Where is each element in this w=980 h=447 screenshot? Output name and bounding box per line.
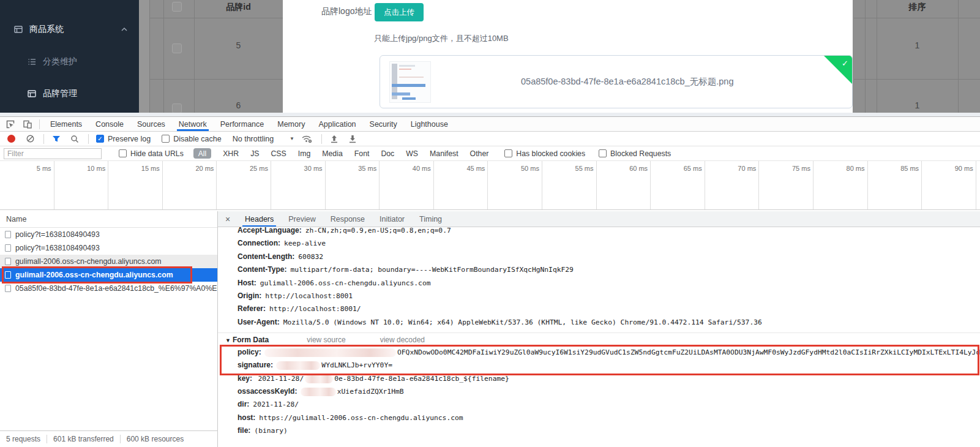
request-row[interactable]: policy?t=1638108490493 <box>0 228 217 241</box>
filter-type-all[interactable]: All <box>193 148 211 159</box>
redaction-scribble <box>305 375 333 383</box>
tab-sources[interactable]: Sources <box>130 117 172 131</box>
filter-type-xhr[interactable]: XHR <box>223 149 239 158</box>
tab-network[interactable]: Network <box>172 117 214 131</box>
request-row[interactable]: 05a85f0e-83bd-47fe-8e1a-e6a2841c18cb_%E6… <box>0 282 217 295</box>
tab-preview[interactable]: Preview <box>281 211 323 227</box>
timeline-tick: 20 ms <box>163 161 217 209</box>
requests-count: 5 requests <box>0 435 47 443</box>
sort-header: 排序 <box>877 2 958 13</box>
sidebar-item-product-system[interactable]: 商品系统 <box>0 21 139 38</box>
sidebar: 商品系统 分类维护 品牌管理 <box>0 0 139 116</box>
hide-data-urls-checkbox[interactable]: Hide data URLs <box>119 149 184 158</box>
request-row[interactable]: gulimall-2006.oss-cn-chengdu.aliyuncs.co… <box>0 255 217 268</box>
tab-performance[interactable]: Performance <box>214 117 271 131</box>
header-line: Accept-Language:zh-CN,zh;q=0.9,en-US;q=0… <box>218 227 980 237</box>
preserve-log-checkbox[interactable]: ✓ Preserve log <box>96 135 151 143</box>
network-body: Name policy?t=1638108490493 policy?t=163… <box>0 211 980 447</box>
filter-type-css[interactable]: CSS <box>271 149 286 158</box>
brand-table-right: 排序 1 1 <box>854 0 980 116</box>
tab-response[interactable]: Response <box>323 211 372 227</box>
filter-type-doc[interactable]: Doc <box>381 149 394 158</box>
checkbox-unchecked <box>162 135 170 143</box>
form-data-section-header: ▼Form Dataview sourceview decoded <box>218 332 980 346</box>
tab-lighthouse[interactable]: Lighthouse <box>404 117 455 131</box>
header-line: Content-Length:600832 <box>218 250 980 263</box>
upload-button[interactable]: 点击上传 <box>375 3 424 21</box>
record-icon[interactable] <box>7 135 15 143</box>
view-decoded-link[interactable]: view decoded <box>380 336 425 344</box>
document-icon <box>5 285 11 292</box>
tab-security[interactable]: Security <box>363 117 404 131</box>
tab-console[interactable]: Console <box>89 117 130 131</box>
filter-type-media[interactable]: Media <box>322 149 343 158</box>
transferred-size: 601 kB transferred <box>47 435 120 443</box>
timeline-tick: 15 ms <box>108 161 163 209</box>
sidebar-item-brand-management[interactable]: 品牌管理 <box>0 86 139 102</box>
admin-webpage: 商品系统 分类维护 品牌管理 品牌id 5 6 <box>0 0 980 116</box>
tab-elements[interactable]: Elements <box>43 117 89 131</box>
throttling-dropdown[interactable]: No throttling ▼ <box>233 135 294 143</box>
uploaded-file-card[interactable]: 05a85f0e-83bd-47fe-8e1a-e6a2841c18cb_无标题… <box>380 55 853 108</box>
export-har-icon[interactable] <box>348 134 357 144</box>
sidebar-item-category-maintenance[interactable]: 分类维护 <box>0 54 139 70</box>
form-data-field-key: key: 2021-11-28/0e-83bd-47fe-8e1a-e6a284… <box>218 372 980 385</box>
device-toolbar-icon[interactable] <box>22 119 33 129</box>
has-blocked-cookies-checkbox[interactable]: Has blocked cookies <box>504 149 585 158</box>
table-row-divider <box>150 18 283 18</box>
tab-headers[interactable]: Headers <box>238 211 281 227</box>
request-row[interactable]: policy?t=1638108490493 <box>0 241 217 255</box>
import-har-icon[interactable] <box>329 134 339 144</box>
filter-type-font[interactable]: Font <box>354 149 370 158</box>
filter-type-manifest[interactable]: Manifest <box>430 149 458 158</box>
upload-hint: 只能上传jpg/png文件，且不超过10MB <box>374 33 509 44</box>
redaction-scribble <box>276 361 320 370</box>
filter-type-img[interactable]: Img <box>298 149 311 158</box>
devtools-tabbar: Elements Console Sources Network Perform… <box>0 117 980 132</box>
filter-type-other[interactable]: Other <box>470 149 489 158</box>
timeline-tick: 85 ms <box>868 161 922 209</box>
request-list-panel: Name policy?t=1638108490493 policy?t=163… <box>0 211 218 447</box>
file-thumbnail <box>389 61 431 103</box>
tab-application[interactable]: Application <box>312 117 362 131</box>
close-icon[interactable]: × <box>218 214 238 224</box>
timeline-tick: 35 ms <box>326 161 380 209</box>
divider <box>321 134 322 144</box>
details-tabbar: × Headers Preview Response Initiator Tim… <box>218 211 980 227</box>
disable-cache-checkbox[interactable]: Disable cache <box>162 135 222 143</box>
caret-down-icon[interactable]: ▼ <box>225 337 231 344</box>
search-icon[interactable] <box>70 134 80 144</box>
filter-type-ws[interactable]: WS <box>406 149 418 158</box>
request-row-selected[interactable]: gulimall-2006.oss-cn-chengdu.aliyuncs.co… <box>0 268 217 282</box>
network-conditions-icon[interactable] <box>301 134 313 144</box>
header-line: Host:gulimall-2006.oss-cn-chengdu.aliyun… <box>218 277 980 290</box>
table-row-divider <box>150 79 283 80</box>
tab-memory[interactable]: Memory <box>271 117 312 131</box>
document-icon <box>5 258 11 265</box>
timeline-tick: 65 ms <box>651 161 705 209</box>
brand-id-cell: 6 <box>194 100 283 110</box>
filter-funnel-icon[interactable] <box>51 134 61 144</box>
logo-url-label: 品牌logo地址 <box>321 6 372 17</box>
name-column-header[interactable]: Name <box>0 211 217 228</box>
view-source-link[interactable]: view source <box>307 336 345 344</box>
checkbox-unchecked <box>599 149 607 157</box>
row-checkbox[interactable] <box>172 43 182 53</box>
inspect-element-icon[interactable] <box>5 119 16 129</box>
header-line: Connection:keep-alive <box>218 237 980 250</box>
blocked-requests-checkbox[interactable]: Blocked Requests <box>599 149 671 158</box>
table-row-divider <box>854 79 980 80</box>
list-icon <box>27 57 37 67</box>
dropdown-arrow-icon: ▼ <box>290 136 294 141</box>
timeline-tick: 55 ms <box>542 161 597 209</box>
filter-input[interactable] <box>4 148 102 159</box>
resources-size: 600 kB resources <box>121 435 190 443</box>
filter-type-js[interactable]: JS <box>250 149 259 158</box>
header-line: User-Agent:Mozilla/5.0 (Windows NT 10.0;… <box>218 316 980 329</box>
check-icon: ✓ <box>842 59 848 68</box>
tab-initiator[interactable]: Initiator <box>372 211 412 227</box>
row-checkbox[interactable] <box>172 103 182 113</box>
tab-timing[interactable]: Timing <box>412 211 449 227</box>
clear-icon[interactable] <box>25 134 35 144</box>
select-all-checkbox[interactable] <box>172 2 182 12</box>
